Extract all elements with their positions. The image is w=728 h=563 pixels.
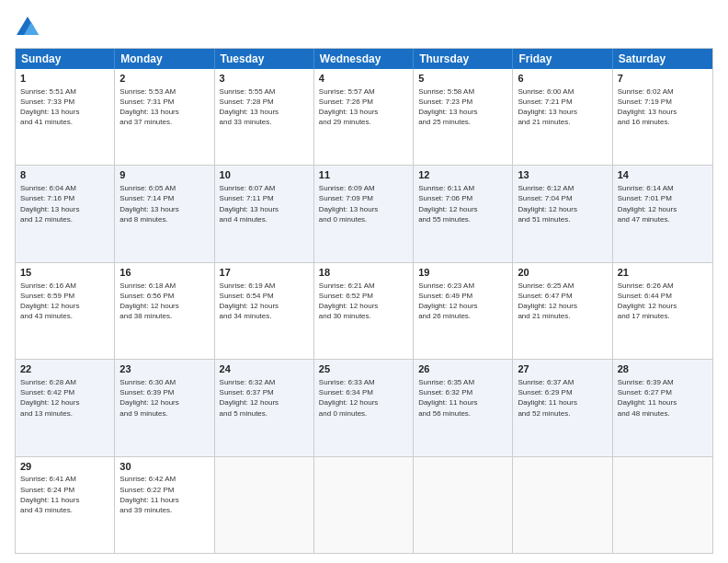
cell-line: Sunset: 6:27 PM — [618, 387, 708, 397]
calendar-cell: 15Sunrise: 6:16 AMSunset: 6:59 PMDayligh… — [16, 263, 115, 359]
day-number: 1 — [20, 72, 109, 86]
cell-line: Sunset: 7:33 PM — [20, 97, 109, 107]
calendar-cell: 7Sunrise: 6:02 AMSunset: 7:19 PMDaylight… — [613, 69, 712, 165]
cell-line: Daylight: 13 hours — [20, 204, 109, 214]
cell-line: and 56 minutes. — [418, 408, 507, 419]
cell-line: Sunset: 7:09 PM — [319, 193, 408, 203]
day-number: 26 — [418, 362, 507, 376]
cell-line: Sunrise: 6:26 AM — [618, 281, 708, 291]
day-number: 25 — [319, 362, 408, 376]
cell-line: Sunrise: 6:11 AM — [418, 183, 507, 193]
day-number: 23 — [119, 362, 209, 376]
cell-line: Sunrise: 6:42 AM — [119, 474, 209, 484]
calendar-cell: 13Sunrise: 6:12 AMSunset: 7:04 PMDayligh… — [513, 166, 612, 261]
logo — [15, 15, 44, 40]
cell-line: Daylight: 12 hours — [618, 204, 708, 214]
cell-line: Daylight: 13 hours — [418, 107, 507, 117]
calendar-cell: 1Sunrise: 5:51 AMSunset: 7:33 PMDaylight… — [16, 69, 115, 165]
cell-line: Sunrise: 5:58 AM — [418, 86, 507, 97]
day-number: 20 — [518, 266, 607, 280]
cell-line: Daylight: 12 hours — [119, 301, 209, 311]
cell-line: Sunrise: 5:57 AM — [319, 86, 408, 97]
day-number: 4 — [319, 72, 408, 86]
day-number: 17 — [220, 266, 309, 280]
cell-line: and 37 minutes. — [119, 117, 209, 127]
cell-line: Sunrise: 6:18 AM — [119, 281, 209, 291]
cell-line: Daylight: 12 hours — [618, 301, 708, 311]
cell-line: Sunset: 7:04 PM — [518, 193, 607, 203]
cell-line: and 21 minutes. — [518, 311, 607, 321]
cell-line: Sunset: 6:39 PM — [119, 387, 209, 397]
cell-line: Daylight: 12 hours — [20, 301, 109, 311]
cell-line: Sunrise: 6:28 AM — [20, 377, 109, 387]
calendar-row: 1Sunrise: 5:51 AMSunset: 7:33 PMDaylight… — [16, 69, 712, 166]
cell-line: Daylight: 13 hours — [518, 107, 607, 117]
cell-line: and 0 minutes. — [319, 214, 408, 224]
cell-line: and 41 minutes. — [20, 117, 109, 127]
cell-line: Sunrise: 6:00 AM — [518, 86, 607, 97]
calendar-cell: 19Sunrise: 6:23 AMSunset: 6:49 PMDayligh… — [414, 263, 513, 359]
day-number: 30 — [119, 460, 209, 474]
calendar-cell: 11Sunrise: 6:09 AMSunset: 7:09 PMDayligh… — [314, 166, 414, 261]
calendar-cell: 6Sunrise: 6:00 AMSunset: 7:21 PMDaylight… — [513, 69, 612, 165]
cell-line: Daylight: 13 hours — [618, 107, 708, 117]
calendar-row: 15Sunrise: 6:16 AMSunset: 6:59 PMDayligh… — [16, 263, 712, 360]
calendar-cell — [513, 457, 612, 553]
cell-line: Sunset: 6:42 PM — [20, 387, 109, 397]
day-number: 3 — [220, 72, 309, 86]
cell-line: Sunset: 7:26 PM — [319, 97, 408, 107]
cell-line: Sunrise: 6:14 AM — [618, 183, 708, 193]
calendar-row: 22Sunrise: 6:28 AMSunset: 6:42 PMDayligh… — [16, 360, 712, 456]
cell-line: Sunset: 6:44 PM — [618, 291, 708, 301]
cell-line: and 48 minutes. — [618, 408, 708, 419]
cell-line: Daylight: 12 hours — [319, 397, 408, 408]
cell-line: Daylight: 12 hours — [220, 301, 309, 311]
cell-line: and 43 minutes. — [20, 311, 109, 321]
day-number: 9 — [119, 168, 209, 182]
page: SundayMondayTuesdayWednesdayThursdayFrid… — [0, 0, 728, 563]
cell-line: and 25 minutes. — [418, 117, 507, 127]
day-number: 8 — [20, 168, 109, 182]
cell-line: and 29 minutes. — [319, 117, 408, 127]
day-number: 24 — [220, 362, 309, 376]
calendar-row: 29Sunrise: 6:41 AMSunset: 6:24 PMDayligh… — [16, 457, 712, 553]
cell-line: Daylight: 13 hours — [220, 107, 309, 117]
day-number: 18 — [319, 266, 408, 280]
cell-line: Daylight: 11 hours — [618, 397, 708, 408]
cell-line: Sunset: 7:16 PM — [20, 193, 109, 203]
cell-line: Daylight: 13 hours — [319, 107, 408, 117]
day-number: 7 — [618, 72, 708, 86]
calendar-cell: 25Sunrise: 6:33 AMSunset: 6:34 PMDayligh… — [314, 360, 414, 455]
calendar-cell: 16Sunrise: 6:18 AMSunset: 6:56 PMDayligh… — [115, 263, 214, 359]
cell-line: and 38 minutes. — [119, 311, 209, 321]
calendar-cell: 5Sunrise: 5:58 AMSunset: 7:23 PMDaylight… — [414, 69, 513, 165]
cell-line: Sunset: 7:11 PM — [220, 193, 309, 203]
calendar-cell: 26Sunrise: 6:35 AMSunset: 6:32 PMDayligh… — [414, 360, 513, 455]
cell-line: Sunrise: 5:53 AM — [119, 86, 209, 97]
cell-line: and 5 minutes. — [220, 408, 309, 419]
cell-line: and 43 minutes. — [20, 505, 109, 515]
cell-line: Sunrise: 6:23 AM — [418, 281, 507, 291]
cell-line: Sunset: 7:01 PM — [618, 193, 708, 203]
cell-line: Daylight: 13 hours — [119, 107, 209, 117]
cell-line: and 55 minutes. — [418, 214, 507, 224]
cell-line: Sunrise: 5:55 AM — [220, 86, 309, 97]
day-number: 14 — [618, 168, 708, 182]
calendar-cell: 4Sunrise: 5:57 AMSunset: 7:26 PMDaylight… — [314, 69, 414, 165]
cell-line: Daylight: 11 hours — [119, 495, 209, 505]
cell-line: Daylight: 11 hours — [418, 397, 507, 408]
cell-line: Daylight: 12 hours — [418, 301, 507, 311]
cell-line: Sunrise: 6:12 AM — [518, 183, 607, 193]
cell-line: Sunset: 6:47 PM — [518, 291, 607, 301]
cell-line: Daylight: 12 hours — [20, 397, 109, 408]
logo-icon — [15, 15, 40, 40]
cell-line: and 16 minutes. — [618, 117, 708, 127]
cell-line: Sunset: 6:37 PM — [220, 387, 309, 397]
cell-line: Sunset: 7:14 PM — [119, 193, 209, 203]
calendar-cell: 3Sunrise: 5:55 AMSunset: 7:28 PMDaylight… — [215, 69, 314, 165]
cell-line: Sunset: 7:06 PM — [418, 193, 507, 203]
cell-line: Sunrise: 6:04 AM — [20, 183, 109, 193]
day-header-tuesday: Tuesday — [215, 49, 314, 69]
calendar-row: 8Sunrise: 6:04 AMSunset: 7:16 PMDaylight… — [16, 166, 712, 262]
calendar-cell — [613, 457, 712, 553]
